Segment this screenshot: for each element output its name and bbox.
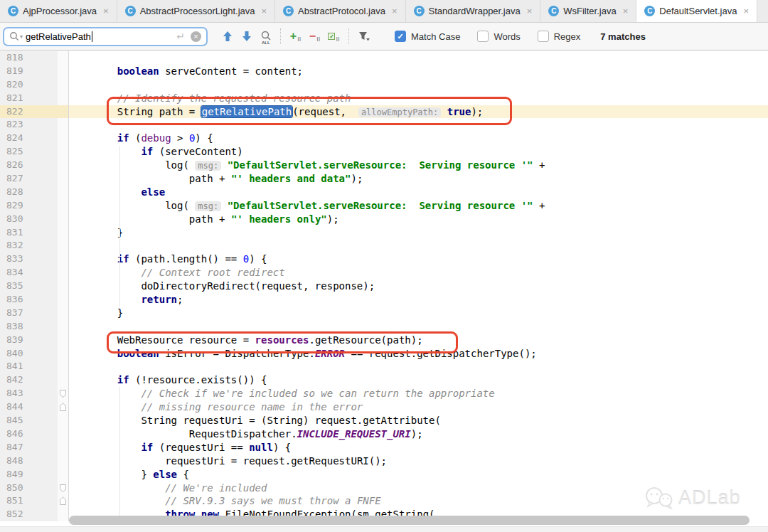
line-number[interactable]: 821	[0, 92, 69, 105]
close-tab-icon[interactable]: ×	[262, 6, 267, 16]
line-number[interactable]: 847	[0, 441, 69, 454]
match-case-checkbox[interactable]: ✓	[395, 31, 406, 42]
line-number[interactable]: 837	[0, 307, 69, 320]
line-number[interactable]: 818	[0, 51, 69, 65]
line-number[interactable]: 851	[0, 494, 69, 508]
code-line[interactable]	[69, 51, 93, 65]
code-line[interactable]: // Context root redirect	[69, 266, 285, 280]
code-line[interactable]	[69, 360, 93, 373]
line-number[interactable]: 835	[0, 280, 69, 293]
class-icon: C	[644, 6, 655, 16]
close-tab-icon[interactable]: ×	[103, 6, 109, 16]
editor-tab-WsFilter.java[interactable]: CWsFilter.java×	[540, 0, 636, 22]
horizontal-scrollbar[interactable]	[69, 516, 750, 525]
code-row: 828 else	[0, 186, 768, 199]
editor-tab-DefaultServlet.java[interactable]: CDefaultServlet.java×	[636, 0, 757, 22]
search-history-dropdown-icon[interactable]: ▾	[20, 33, 23, 40]
line-number[interactable]: 827	[0, 172, 69, 186]
code-line[interactable]: // SRV.9.3 says we must throw a FNFE	[69, 494, 381, 508]
code-line[interactable]: if (requestUri == null) {	[69, 441, 291, 454]
line-number[interactable]: 852	[0, 508, 69, 521]
code-line[interactable]: log( msg: "DefaultServlet.serveResource:…	[69, 199, 545, 213]
code-row: 827 path + "' headers and data");	[0, 172, 768, 186]
code-row: 843 // Check if we're included so we can…	[0, 387, 768, 400]
close-tab-icon[interactable]: ×	[743, 6, 749, 16]
line-number[interactable]: 849	[0, 468, 69, 482]
line-number[interactable]: 820	[0, 78, 69, 92]
line-number[interactable]: 824	[0, 132, 69, 145]
editor-tab-StandardWrapper.java[interactable]: CStandardWrapper.java×	[406, 0, 541, 22]
select-all-occurrences-button[interactable]: ✓ II	[324, 27, 343, 46]
line-number[interactable]: 826	[0, 159, 69, 172]
code-line[interactable]: return;	[69, 293, 183, 307]
line-number[interactable]: 850	[0, 482, 69, 495]
line-number[interactable]: 825	[0, 145, 69, 159]
close-tab-icon[interactable]: ×	[623, 6, 629, 16]
code-line[interactable]: if (debug > 0) {	[69, 132, 213, 145]
line-number[interactable]: 839	[0, 334, 69, 347]
line-number[interactable]: 829	[0, 199, 69, 213]
code-token: ;	[177, 294, 183, 305]
line-number[interactable]: 830	[0, 213, 69, 226]
line-number[interactable]: 841	[0, 360, 69, 373]
clear-search-button[interactable]: ×	[191, 31, 201, 42]
line-number[interactable]: 838	[0, 320, 69, 334]
filter-button[interactable]	[354, 27, 373, 46]
line-number[interactable]: 831	[0, 226, 69, 240]
editor-tab-AjpProcessor.java[interactable]: CAjpProcessor.java×	[0, 0, 117, 22]
code-line[interactable]: }	[69, 226, 123, 240]
code-line[interactable]: if (path.length() == 0) {	[69, 252, 267, 266]
separator	[348, 28, 349, 44]
code-line[interactable]: path + "' headers and data");	[69, 172, 363, 186]
line-number[interactable]: 828	[0, 186, 69, 199]
next-occurrence-button[interactable]	[237, 27, 256, 46]
code-line[interactable]: doDirectoryRedirect(request, response);	[69, 280, 375, 293]
code-line[interactable]: else	[69, 186, 165, 199]
code-line[interactable]: // missing resource name in the error	[69, 400, 363, 414]
previous-occurrence-button[interactable]	[218, 27, 237, 46]
editor-tab-AbstractProcessorLight.java[interactable]: CAbstractProcessorLight.java×	[117, 0, 275, 22]
close-tab-icon[interactable]: ×	[392, 6, 398, 16]
code-line[interactable]	[69, 118, 93, 132]
line-number[interactable]: 845	[0, 414, 69, 427]
find-all-button[interactable]: ALL	[256, 27, 275, 46]
close-tab-icon[interactable]: ×	[527, 6, 533, 16]
editor-tab-AbstractProtocol.java[interactable]: CAbstractProtocol.java×	[275, 0, 405, 22]
add-occurrence-button[interactable]: + II	[286, 27, 305, 46]
code-line[interactable]: // Check if we're included so we can ret…	[69, 387, 495, 400]
regex-checkbox[interactable]	[538, 31, 549, 42]
search-input[interactable]: ▾ getRelativePath ↵ ×	[3, 27, 208, 46]
code-line[interactable]: // We're included	[69, 482, 267, 495]
roman-glyph: II	[336, 36, 339, 46]
code-row: 846 RequestDispatcher.INCLUDE_REQUEST_UR…	[0, 427, 768, 441]
line-number[interactable]: 832	[0, 239, 69, 252]
line-number[interactable]: 844	[0, 400, 69, 414]
code-line[interactable]: } else {	[69, 468, 189, 482]
code-token: ) {	[249, 253, 267, 265]
line-number[interactable]: 846	[0, 427, 69, 441]
code-line[interactable]: boolean serveContent = content;	[69, 65, 303, 78]
words-checkbox[interactable]	[477, 31, 489, 42]
line-number[interactable]: 848	[0, 454, 69, 468]
code-line[interactable]: requestUri = request.getRequestURI();	[69, 454, 387, 468]
code-line[interactable]: log( msg: "DefaultServlet.serveResource:…	[69, 159, 545, 172]
line-number[interactable]: 842	[0, 373, 69, 387]
code-line[interactable]	[69, 320, 93, 334]
line-number[interactable]: 843	[0, 387, 69, 400]
line-number[interactable]: 822	[0, 105, 69, 119]
line-number[interactable]: 840	[0, 347, 69, 361]
code-line[interactable]: if (serveContent)	[69, 145, 243, 159]
line-number[interactable]: 823	[0, 118, 69, 132]
line-number[interactable]: 836	[0, 293, 69, 307]
code-line[interactable]	[69, 239, 93, 252]
code-line[interactable]: if (!resource.exists()) {	[69, 373, 267, 387]
code-line[interactable]: path + "' headers only");	[69, 213, 339, 226]
code-line[interactable]: String requestUri = (String) request.get…	[69, 414, 441, 427]
code-line[interactable]: RequestDispatcher.INCLUDE_REQUEST_URI);	[69, 427, 423, 441]
line-number[interactable]: 819	[0, 65, 69, 78]
line-number[interactable]: 833	[0, 252, 69, 266]
code-line[interactable]	[69, 78, 93, 92]
line-number[interactable]: 834	[0, 266, 69, 280]
remove-occurrence-button[interactable]: − II	[305, 27, 324, 46]
code-line[interactable]: }	[69, 307, 123, 320]
